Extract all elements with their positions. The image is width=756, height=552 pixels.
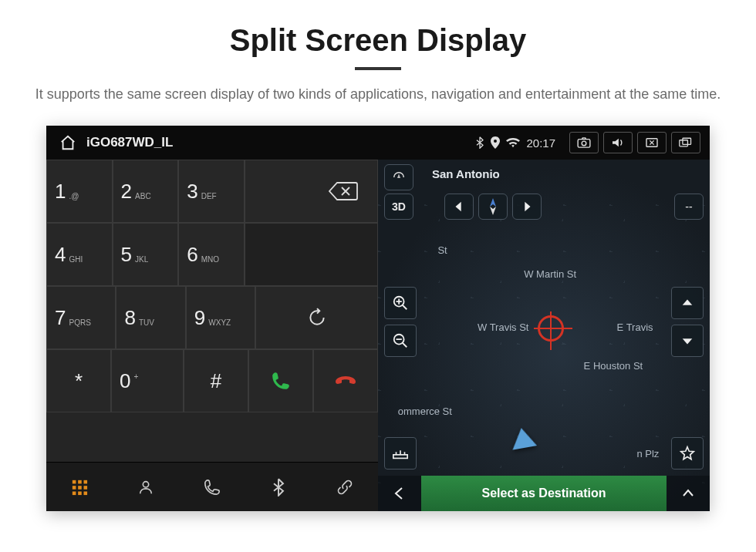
svg-rect-10 (84, 486, 88, 490)
street-label: E Houston St (584, 360, 643, 372)
key-1[interactable]: 1.@ (46, 160, 113, 223)
redial-key[interactable] (255, 286, 378, 349)
dialpad-icon[interactable] (64, 472, 95, 503)
svg-rect-7 (84, 480, 88, 483)
svg-rect-12 (78, 491, 82, 495)
location-icon (491, 136, 500, 149)
key-8[interactable]: 8TUV (116, 286, 185, 349)
key-spacer-1 (245, 223, 378, 286)
street-label: St (437, 244, 447, 256)
map-panel[interactable]: San Antonio W Martin St W Travis St E Tr… (378, 160, 710, 511)
svg-rect-5 (73, 480, 76, 483)
key-5[interactable]: 5JKL (113, 223, 179, 286)
pan-up-button[interactable] (671, 287, 704, 319)
svg-rect-4 (683, 138, 691, 144)
backspace-key[interactable] (245, 160, 378, 223)
svg-rect-11 (73, 491, 76, 495)
system-tray: 20:17 (475, 136, 555, 150)
call-button[interactable] (248, 349, 313, 412)
key-3[interactable]: 3DEF (178, 160, 245, 223)
close-screen-button[interactable] (637, 132, 667, 153)
nav-back-button[interactable] (378, 476, 421, 511)
clock-time: 20:17 (526, 136, 555, 150)
wifi-icon (506, 137, 520, 148)
key-2[interactable]: 2ABC (113, 160, 179, 223)
svg-rect-0 (578, 140, 590, 148)
page-subtitle: It supports the same screen display of t… (35, 84, 721, 104)
page-title: Split Screen Display (230, 23, 527, 58)
zoom-in-button[interactable] (384, 287, 417, 319)
select-destination-button[interactable]: Select as Destination (421, 476, 667, 511)
svg-rect-9 (78, 486, 82, 490)
pan-down-button[interactable] (671, 325, 704, 357)
screenshot-button[interactable] (569, 132, 599, 153)
dialer-panel: 1.@ 2ABC 3DEF 4GHI 5JKL 6MNO 7 (46, 160, 378, 511)
svg-rect-6 (78, 480, 82, 483)
svg-rect-3 (680, 140, 688, 146)
home-icon[interactable] (56, 134, 80, 151)
map-target-icon (538, 315, 564, 342)
destination-bar: Select as Destination (378, 476, 710, 511)
key-0[interactable]: 0+ (111, 349, 184, 412)
svg-rect-13 (84, 491, 88, 495)
bluetooth-icon (475, 136, 484, 149)
link-icon[interactable] (329, 472, 360, 503)
street-label: W Travis St (478, 321, 528, 333)
app-title: iGO687WD_IL (86, 135, 173, 150)
street-label: ommerce St (398, 406, 452, 417)
city-label: San Antonio (432, 167, 500, 180)
nav-expand-button[interactable] (667, 476, 710, 511)
recent-apps-button[interactable] (671, 132, 700, 153)
key-star[interactable]: * (46, 349, 111, 412)
key-7[interactable]: 7PQRS (46, 286, 116, 349)
dialer-bottom-nav (46, 462, 378, 511)
map-right-button[interactable] (512, 194, 542, 220)
street-label: E Travis (617, 321, 653, 333)
keypad: 1.@ 2ABC 3DEF 4GHI 5JKL 6MNO 7 (46, 160, 378, 412)
key-9[interactable]: 9WXYZ (186, 286, 255, 349)
bluetooth-nav-icon[interactable] (263, 472, 294, 503)
key-6[interactable]: 6MNO (178, 223, 245, 286)
map-left-button[interactable] (444, 194, 474, 220)
svg-point-14 (143, 481, 148, 486)
map-3d-button[interactable]: 3D (384, 194, 413, 220)
hangup-button[interactable] (313, 349, 378, 412)
route-options-button[interactable] (384, 437, 417, 470)
favorite-button[interactable] (671, 437, 704, 470)
map-compass-button[interactable] (478, 194, 508, 220)
key-4[interactable]: 4GHI (46, 223, 113, 286)
svg-point-1 (582, 141, 586, 146)
key-hash[interactable]: # (184, 349, 248, 412)
device-screenshot: iGO687WD_IL 20:17 (46, 126, 710, 511)
street-label: n Plz (636, 448, 659, 459)
divider (355, 67, 401, 70)
contacts-icon[interactable] (130, 472, 161, 503)
svg-rect-8 (73, 486, 76, 490)
svg-rect-17 (393, 455, 407, 459)
status-bar: iGO687WD_IL 20:17 (46, 126, 710, 160)
call-log-icon[interactable] (197, 472, 228, 503)
map-dash-button[interactable]: -- (674, 194, 704, 220)
map-heading-icon (509, 426, 537, 449)
zoom-out-button[interactable] (384, 325, 417, 357)
map-info-button[interactable] (384, 164, 413, 190)
volume-button[interactable] (603, 132, 633, 153)
street-label: W Martin St (524, 268, 576, 280)
